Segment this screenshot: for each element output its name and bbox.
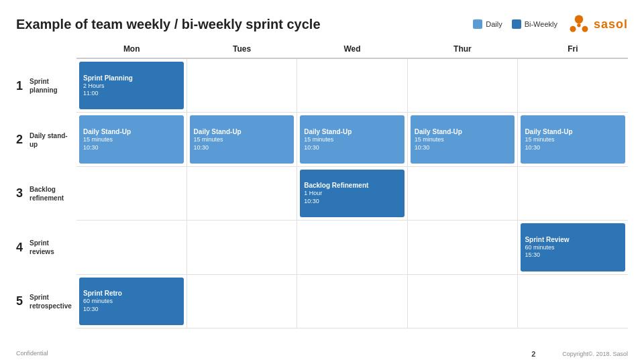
legend-biweekly-box [512,19,521,29]
cell-r1-c3 [297,59,408,112]
cell-r3-c2 [187,167,298,220]
event-block-r2-c2: Daily Stand-Up15 minutes 10:30 [190,115,294,163]
legend-biweekly-label: Bi-Weekly [525,20,557,28]
cell-r5-c2 [187,275,298,328]
cell-r3-c3: Backlog Refinement1 Hour 10:30 [297,167,408,220]
event-title-r4-c5: Sprint Review [525,235,621,244]
day-headers: MonTuesWedThurFri [76,40,628,59]
row-number-4: 4 [16,240,27,255]
cell-r5-c1: Sprint Retro60 minutes 10:30 [76,275,187,328]
legend-daily-box [473,19,482,29]
days-grid: MonTuesWedThurFri Sprint Planning2 Hours… [76,40,628,328]
cell-r3-c1 [76,167,187,220]
svg-point-2 [582,26,588,32]
row-label-4: 4Sprint reviews [16,221,76,274]
cell-r4-c1 [76,221,187,274]
data-row-2: Daily Stand-Up15 minutes 10:30Daily Stan… [76,113,628,166]
cell-r4-c4 [408,221,519,274]
rows-area: Sprint Planning2 Hours 11:00Daily Stand-… [76,59,628,328]
event-title-r2-c4: Daily Stand-Up [415,127,511,136]
svg-point-3 [577,23,580,27]
event-title-r5-c1: Sprint Retro [83,289,180,298]
day-header-tues: Tues [186,40,297,59]
footer-copyright: Copyright©. 2018. Sasol [562,351,628,357]
row-number-3: 3 [16,186,27,201]
logo-icon [567,12,591,36]
cell-r1-c2 [187,59,298,112]
legend-daily: Daily [473,19,502,29]
cell-r5-c4 [408,275,519,328]
event-block-r5-c1: Sprint Retro60 minutes 10:30 [79,278,184,325]
event-title-r3-c3: Backlog Refinement [304,181,400,190]
cell-r2-c3: Daily Stand-Up15 minutes 10:30 [297,113,408,166]
legend-biweekly: Bi-Weekly [512,19,557,29]
cell-r1-c1: Sprint Planning2 Hours 11:00 [76,59,187,112]
cell-r2-c1: Daily Stand-Up15 minutes 10:30 [76,113,187,166]
row-label-text-1: Sprint planning [30,77,72,95]
cell-r4-c5: Sprint Review60 minutes 15:30 [518,221,628,274]
event-title-r1-c1: Sprint Planning [83,74,180,82]
cell-r3-c4 [408,167,519,220]
event-detail-r2-c1: 15 minutes 10:30 [83,136,180,152]
day-header-thur: Thur [407,40,517,59]
row-label-3: 3Backlog refinement [16,167,76,221]
logo: sasol [567,12,628,36]
cell-r4-c3 [297,221,408,274]
cell-r1-c5 [518,59,628,112]
data-row-3: Backlog Refinement1 Hour 10:30 [76,167,628,221]
day-header-mon: Mon [76,40,186,59]
cell-r4-c2 [187,221,298,274]
event-block-r2-c3: Daily Stand-Up15 minutes 10:30 [300,115,405,163]
event-detail-r1-c1: 2 Hours 11:00 [83,82,180,98]
svg-point-0 [575,15,584,24]
event-block-r2-c4: Daily Stand-Up15 minutes 10:30 [411,115,515,163]
event-title-r2-c1: Daily Stand-Up [83,127,180,136]
row-number-5: 5 [16,294,27,309]
cell-r2-c5: Daily Stand-Up15 minutes 10:30 [518,113,628,166]
data-row-5: Sprint Retro60 minutes 10:30 [76,275,628,328]
row-number-2: 2 [16,132,27,147]
day-header-fri: Fri [518,40,628,59]
data-row-1: Sprint Planning2 Hours 11:00 [76,59,628,113]
row-label-1: 1Sprint planning [16,59,76,113]
row-number-1: 1 [16,78,27,94]
row-label-5: 5Sprint retrospective [16,275,76,328]
event-detail-r2-c3: 15 minutes 10:30 [304,136,400,152]
event-detail-r3-c3: 1 Hour 10:30 [304,190,400,205]
event-detail-r4-c5: 60 minutes 15:30 [525,244,621,259]
data-row-4: Sprint Review60 minutes 15:30 [76,221,628,274]
day-header-wed: Wed [297,40,407,59]
event-block-r3-c3: Backlog Refinement1 Hour 10:30 [300,170,405,217]
row-label-header-spacer [16,40,76,59]
page-number: 2 [531,350,535,358]
event-block-r1-c1: Sprint Planning2 Hours 11:00 [79,62,184,109]
page-title: Example of team weekly / bi-weekly sprin… [16,17,321,32]
event-detail-r5-c1: 60 minutes 10:30 [83,298,180,313]
logo-text: sasol [594,17,628,32]
event-detail-r2-c4: 15 minutes 10:30 [415,136,511,152]
event-block-r2-c1: Daily Stand-Up15 minutes 10:30 [79,115,184,163]
cell-r2-c2: Daily Stand-Up15 minutes 10:30 [187,113,298,166]
row-label-2: 2Daily stand-up [16,113,76,166]
row-labels: 1Sprint planning2Daily stand-up3Backlog … [16,40,76,328]
event-title-r2-c2: Daily Stand-Up [194,127,290,136]
svg-point-1 [570,26,576,32]
cell-r2-c4: Daily Stand-Up15 minutes 10:30 [408,113,519,166]
row-label-text-3: Backlog refinement [30,185,72,202]
row-label-text-2: Daily stand-up [30,131,72,149]
event-block-r4-c5: Sprint Review60 minutes 15:30 [521,223,625,271]
cell-r3-c5 [518,167,628,220]
event-detail-r2-c5: 15 minutes 10:30 [525,136,621,152]
event-block-r2-c5: Daily Stand-Up15 minutes 10:30 [521,115,625,163]
event-detail-r2-c2: 15 minutes 10:30 [194,136,290,152]
page: Example of team weekly / bi-weekly sprin… [0,0,644,362]
legend: Daily Bi-Weekly sasol [473,12,628,36]
grid-container: 1Sprint planning2Daily stand-up3Backlog … [16,40,628,328]
cell-r5-c3 [297,275,408,328]
event-title-r2-c5: Daily Stand-Up [525,127,621,136]
cell-r5-c5 [518,275,628,328]
cell-r1-c4 [408,59,519,112]
row-label-text-5: Sprint retrospective [30,293,72,310]
footer: Confidential 2 Copyright©. 2018. Sasol [0,350,644,358]
legend-daily-label: Daily [486,20,502,28]
